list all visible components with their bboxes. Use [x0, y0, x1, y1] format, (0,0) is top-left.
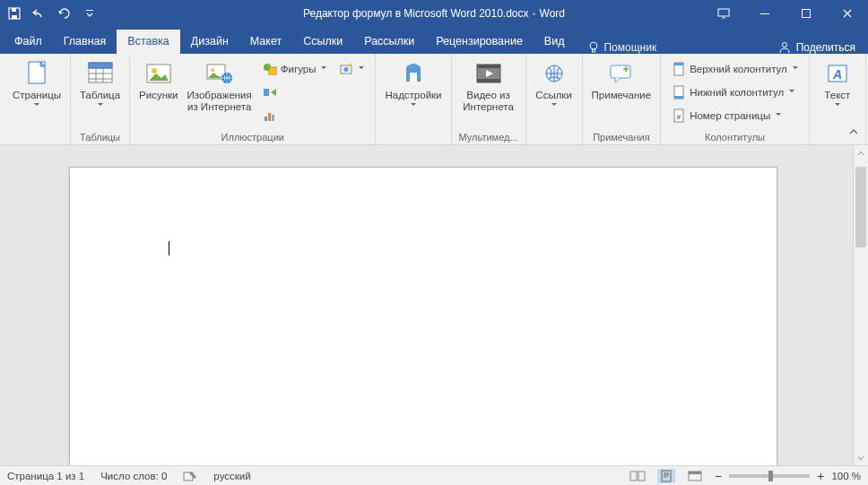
share-label: Поделиться [796, 41, 855, 54]
web-layout-icon[interactable] [686, 469, 704, 483]
video-label: Видео из Интернета [463, 90, 513, 113]
qat-customize-icon[interactable] [82, 6, 97, 21]
tab-design[interactable]: Дизайн [180, 30, 239, 54]
page[interactable] [69, 167, 777, 465]
addins-group-label [412, 132, 414, 143]
shapes-label: Фигуры [281, 64, 317, 74]
illus-small-col2 [335, 57, 368, 79]
tab-file[interactable]: Файл [4, 30, 53, 54]
scrollbar-vertical[interactable] [853, 145, 868, 465]
lightbulb-icon [587, 41, 600, 54]
screenshot-button[interactable] [335, 59, 368, 79]
read-mode-icon[interactable] [629, 469, 647, 483]
pictures-button[interactable]: Рисунки [137, 57, 179, 103]
pictures-label: Рисунки [139, 90, 178, 101]
status-page[interactable]: Страница 1 из 1 [7, 471, 84, 481]
chart-button[interactable] [259, 106, 331, 126]
header-button[interactable]: Верхний колонтитул [668, 59, 802, 79]
shapes-button[interactable]: Фигуры [259, 59, 331, 79]
table-button[interactable]: Таблица [78, 57, 122, 110]
tab-home[interactable]: Главная [53, 30, 117, 54]
svg-point-16 [211, 68, 214, 72]
zoom-value[interactable]: 100 % [831, 471, 861, 481]
app-name: Word [540, 7, 565, 20]
tab-review[interactable]: Рецензирование [425, 30, 534, 54]
maximize-icon[interactable] [786, 0, 827, 27]
svg-point-25 [344, 67, 349, 72]
pages-group-label [35, 132, 38, 143]
svg-rect-27 [410, 73, 417, 82]
svg-rect-22 [268, 113, 271, 121]
scroll-thumb[interactable] [855, 167, 866, 247]
zoom-out-icon[interactable]: − [715, 469, 722, 483]
save-icon[interactable] [7, 6, 22, 21]
footer-button[interactable]: Нижний колонтитул [668, 82, 802, 102]
group-tables: Таблица Таблицы [71, 54, 130, 144]
links-button[interactable]: Ссылки [534, 57, 575, 110]
tell-me-helper[interactable]: Помощник [578, 41, 665, 54]
title-bar: Редактор формул в Microsoft Word 2010.do… [0, 0, 868, 27]
online-pictures-button[interactable]: Изображения из Интернета [186, 57, 254, 115]
minimize-icon[interactable] [744, 0, 786, 27]
text-button[interactable]: A Текст [817, 57, 858, 110]
group-addins: Надстройки [376, 54, 451, 144]
svg-rect-6 [803, 10, 811, 18]
collapse-ribbon-icon[interactable] [846, 126, 861, 139]
svg-rect-8 [593, 49, 595, 52]
status-bar: Страница 1 из 1 Число слов: 0 русский − … [0, 465, 868, 485]
svg-rect-44 [638, 472, 645, 481]
pages-button[interactable]: Страницы [11, 57, 63, 110]
online-picture-icon [205, 59, 234, 88]
scroll-down-icon[interactable] [854, 450, 868, 465]
tab-view[interactable]: Вид [534, 30, 576, 54]
ruler-horizontal [20, 145, 853, 161]
svg-point-14 [152, 68, 157, 74]
ruler-vertical [0, 145, 20, 465]
page-icon [22, 59, 51, 88]
title-separator: - [533, 7, 536, 20]
print-layout-icon[interactable] [657, 469, 675, 483]
store-icon [399, 59, 428, 88]
zoom-in-icon[interactable]: + [817, 469, 824, 483]
tab-layout[interactable]: Макет [239, 30, 292, 54]
svg-rect-26 [349, 64, 352, 66]
online-video-button[interactable]: Видео из Интернета [461, 57, 516, 115]
ribbon-tabs: Файл Главная Вставка Дизайн Макет Ссылки… [0, 27, 868, 54]
ribbon: Страницы Таблица Таблицы Рисунки Изображ… [0, 54, 868, 145]
addins-button[interactable]: Надстройки [383, 57, 443, 110]
group-illustrations: Рисунки Изображения из Интернета Фигуры [130, 54, 376, 144]
status-right: − + 100 % [629, 469, 861, 483]
page-number-button[interactable]: # Номер страницы [668, 106, 802, 126]
tab-references[interactable]: Ссылки [292, 30, 353, 54]
proofing-icon[interactable] [183, 470, 197, 482]
group-links: Ссылки [526, 54, 583, 144]
redo-icon[interactable] [57, 6, 72, 21]
header-label: Верхний колонтитул [690, 64, 787, 74]
svg-rect-3 [86, 10, 93, 11]
svg-rect-5 [760, 13, 769, 14]
links-group-label [552, 132, 555, 143]
share-button[interactable]: Поделиться [766, 41, 868, 54]
status-words[interactable]: Число слов: 0 [100, 471, 167, 481]
video-icon [474, 59, 503, 88]
document-area[interactable] [20, 145, 853, 465]
ribbon-options-icon[interactable] [703, 0, 744, 27]
tab-mailings[interactable]: Рассылки [353, 30, 425, 54]
status-language[interactable]: русский [213, 471, 250, 481]
comment-label: Примечание [592, 90, 652, 101]
screenshot-icon [339, 62, 353, 76]
zoom-thumb[interactable] [768, 471, 773, 481]
person-icon [778, 41, 791, 54]
comment-button[interactable]: Примечание [590, 57, 654, 103]
close-icon[interactable] [827, 0, 868, 27]
tables-group-label: Таблицы [80, 132, 120, 143]
page-number-label: Номер страницы [690, 110, 770, 121]
scroll-up-icon[interactable] [854, 145, 868, 160]
header-icon [672, 62, 686, 76]
text-cursor [169, 241, 169, 255]
smartart-button[interactable] [259, 82, 331, 102]
tab-insert[interactable]: Вставка [117, 30, 179, 54]
undo-icon[interactable] [32, 6, 47, 21]
svg-text:#: # [677, 113, 681, 121]
zoom-slider[interactable] [729, 474, 810, 478]
